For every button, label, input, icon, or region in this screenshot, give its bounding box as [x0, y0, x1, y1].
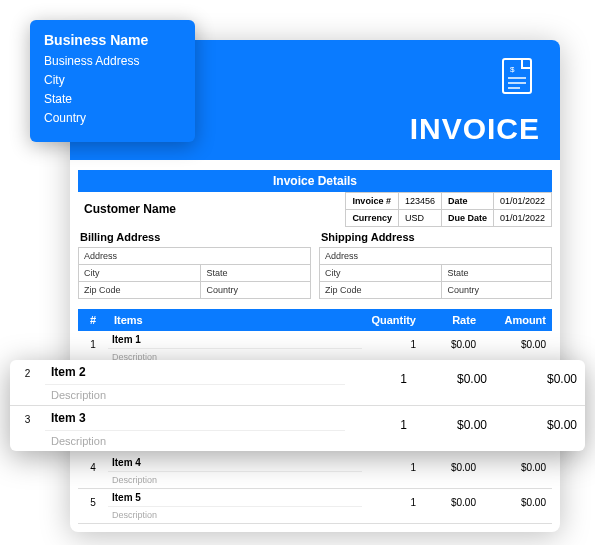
- item-desc: Description: [45, 385, 345, 405]
- shipping-title: Shipping Address: [319, 227, 552, 247]
- business-city: City: [44, 73, 181, 87]
- item-amt: $0.00: [482, 454, 552, 488]
- business-card: Business Name Business Address City Stat…: [30, 20, 195, 142]
- due-value: 01/01/2022: [493, 210, 551, 227]
- invoice-num-value: 123456: [398, 193, 441, 210]
- date-value: 01/01/2022: [493, 193, 551, 210]
- col-rate: Rate: [422, 309, 482, 331]
- billing-country: Country: [201, 282, 311, 299]
- invoice-num-label: Invoice #: [346, 193, 399, 210]
- billing-address: Address: [79, 248, 311, 265]
- item-qty: 1: [345, 406, 415, 451]
- item-rate: $0.00: [415, 360, 495, 405]
- item-name: Item 2: [45, 360, 345, 385]
- item-desc: Description: [108, 472, 362, 488]
- item-name: Item 5: [108, 489, 362, 507]
- meta-table: Invoice # 123456 Date 01/01/2022 Currenc…: [345, 192, 552, 227]
- due-label: Due Date: [441, 210, 493, 227]
- item-name: Item 4: [108, 454, 362, 472]
- col-items: Items: [108, 309, 362, 331]
- currency-label: Currency: [346, 210, 399, 227]
- item-qty: 1: [362, 454, 422, 488]
- billing-zip: Zip Code: [79, 282, 201, 299]
- shipping-country: Country: [442, 282, 552, 299]
- business-country: Country: [44, 111, 181, 125]
- currency-value: USD: [398, 210, 441, 227]
- item-name: Item 3: [45, 406, 345, 431]
- shipping-block: Shipping Address Address CityState Zip C…: [319, 227, 552, 299]
- item-qty: 1: [345, 360, 415, 405]
- item-rate: $0.00: [422, 454, 482, 488]
- table-row: 3 Item 3Description 1 $0.00 $0.00: [10, 406, 585, 451]
- item-name: Item 1: [108, 331, 362, 349]
- billing-block: Billing Address Address CityState Zip Co…: [78, 227, 311, 299]
- item-amt: $0.00: [495, 406, 585, 451]
- col-num: #: [78, 309, 108, 331]
- customer-name: Customer Name: [78, 192, 345, 227]
- business-address: Business Address: [44, 54, 181, 68]
- business-state: State: [44, 92, 181, 106]
- table-row: 5 Item 5Description 1 $0.00 $0.00: [78, 489, 552, 524]
- row-num: 3: [10, 406, 45, 451]
- svg-text:$: $: [510, 65, 515, 74]
- address-row: Billing Address Address CityState Zip Co…: [78, 227, 552, 299]
- col-qty: Quantity: [362, 309, 422, 331]
- date-label: Date: [441, 193, 493, 210]
- item-qty: 1: [362, 489, 422, 523]
- row-num: 4: [78, 454, 108, 488]
- info-row: Customer Name Invoice # 123456 Date 01/0…: [78, 192, 552, 227]
- details-bar: Invoice Details: [78, 170, 552, 192]
- invoice-title: INVOICE: [410, 112, 540, 146]
- shipping-state: State: [442, 265, 552, 282]
- business-name: Business Name: [44, 32, 181, 48]
- items-header: # Items Quantity Rate Amount: [78, 309, 552, 331]
- items-overlay-card: 2 Item 2Description 1 $0.00 $0.00 3 Item…: [10, 360, 585, 451]
- shipping-city: City: [320, 265, 442, 282]
- invoice-doc-icon: $: [502, 58, 532, 98]
- billing-state: State: [201, 265, 311, 282]
- shipping-address: Address: [320, 248, 552, 265]
- item-amt: $0.00: [482, 489, 552, 523]
- row-num: 2: [10, 360, 45, 405]
- shipping-zip: Zip Code: [320, 282, 442, 299]
- item-rate: $0.00: [415, 406, 495, 451]
- item-desc: Description: [45, 431, 345, 451]
- billing-city: City: [79, 265, 201, 282]
- billing-title: Billing Address: [78, 227, 311, 247]
- item-amt: $0.00: [495, 360, 585, 405]
- row-num: 5: [78, 489, 108, 523]
- item-rate: $0.00: [422, 489, 482, 523]
- table-row: 2 Item 2Description 1 $0.00 $0.00: [10, 360, 585, 406]
- item-desc: Description: [108, 507, 362, 523]
- table-row: 4 Item 4Description 1 $0.00 $0.00: [78, 454, 552, 489]
- col-amt: Amount: [482, 309, 552, 331]
